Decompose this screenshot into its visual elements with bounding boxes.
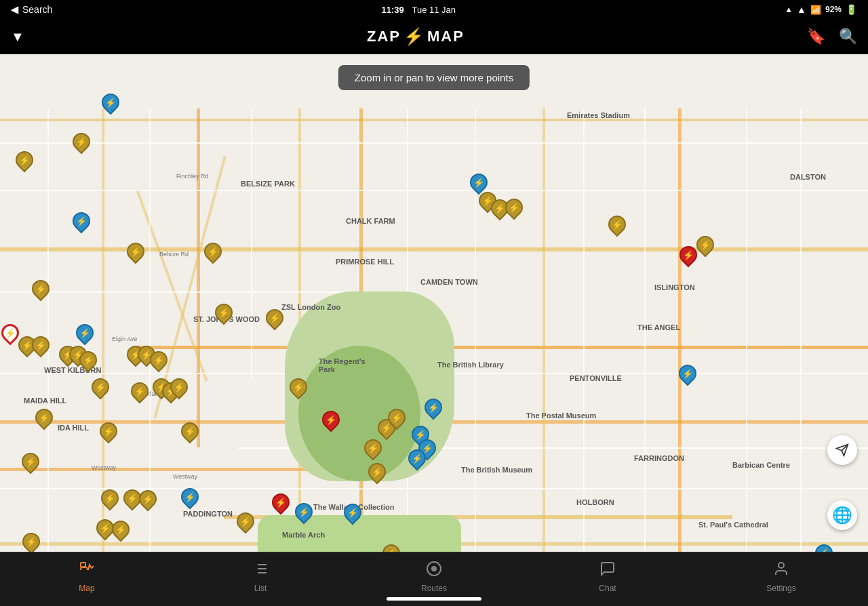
tab-list[interactable]: List [174, 558, 347, 596]
map-label-marble-arch: Marble Arch [282, 531, 325, 539]
logo-zap: ZAP [367, 28, 401, 45]
tab-chat[interactable]: Chat [521, 558, 694, 596]
map-label-emirates: Emirates Stadium [567, 111, 630, 119]
status-bar: ◀ Search 11:39 Tue 11 Jan ▲ ▲ 📶 92% 🔋 [0, 0, 868, 19]
charger-marker-blue-marble[interactable]: ⚡ [295, 503, 313, 525]
logo-lightning: ⚡ [403, 27, 425, 46]
charger-marker-gold-14[interactable]: ⚡ [32, 336, 50, 358]
charger-marker-gold-1[interactable]: ⚡ [73, 133, 90, 155]
charger-marker-blue-1[interactable]: ⚡ [102, 94, 119, 115]
charger-marker-gold-32[interactable]: ⚡ [368, 463, 386, 485]
charger-marker-blue-9[interactable]: ⚡ [408, 449, 426, 471]
globe-button[interactable]: 🌐 [827, 500, 857, 530]
chat-tab-icon [599, 561, 616, 581]
map-label-zsl: ZSL London Zoo [281, 303, 340, 311]
back-arrow: ◀ [11, 4, 18, 15]
map-label-british-museum: The British Museum [461, 466, 532, 474]
charger-marker-gold-5[interactable]: ⚡ [32, 280, 50, 302]
charger-marker-gold-33[interactable]: ⚡ [22, 453, 39, 474]
charger-marker-gold-24[interactable]: ⚡ [170, 378, 188, 400]
map-tab-label: Map [79, 584, 94, 593]
charger-marker-blue-6[interactable]: ⚡ [425, 399, 442, 420]
date: Tue 11 Jan [412, 5, 456, 15]
charger-marker-gold-6[interactable]: ⚡ [215, 304, 233, 325]
back-label[interactable]: Search [22, 4, 52, 15]
charger-marker-gold-30[interactable]: ⚡ [388, 409, 406, 430]
charger-marker-gold-regents[interactable]: ⚡ [290, 378, 307, 400]
charger-marker-red-3[interactable]: ⚡ [272, 493, 290, 515]
charger-marker-blue-2[interactable]: ⚡ [73, 212, 90, 234]
charger-marker-gold-40[interactable]: ⚡ [237, 512, 254, 534]
charger-marker-gold-12[interactable]: ⚡ [696, 236, 714, 258]
road-label-westway: Westway [92, 464, 116, 471]
map-label-maida-hill: MAIDA HILL [24, 397, 66, 405]
wifi-icon: ▲ [797, 4, 806, 15]
road-label-elgin: Elgin Ave [112, 336, 137, 342]
map-label-pentonville: PENTONVILLE [570, 374, 622, 382]
map-label-regents: The Regent'sPark [319, 357, 366, 373]
filter-icon[interactable]: ▼ [11, 29, 24, 45]
charger-marker-gold-21[interactable]: ⚡ [131, 382, 149, 404]
location-button[interactable] [827, 435, 857, 465]
charger-marker-gold-2[interactable]: ⚡ [16, 151, 33, 173]
time: 11:39 [382, 5, 404, 15]
charger-marker-red-1[interactable]: ⚡ [679, 246, 697, 268]
routes-tab-label: Routes [421, 584, 447, 593]
charger-marker-gold-4[interactable]: ⚡ [204, 243, 222, 264]
charger-marker-gold-25[interactable]: ⚡ [92, 378, 109, 400]
tab-map[interactable]: Map [0, 558, 174, 596]
map-container[interactable]: BELSIZE PARK CHALK FARM PRIMROSE HILL CA… [0, 54, 868, 565]
charger-marker-gold-34[interactable]: ⚡ [101, 489, 119, 511]
charger-marker-gold-38[interactable]: ⚡ [112, 521, 130, 542]
nav-left: ▼ [11, 29, 24, 45]
bookmark-icon[interactable]: 🔖 [807, 28, 825, 45]
charger-marker-blue-paddington[interactable]: ⚡ [181, 488, 199, 510]
signal-arrow: ▲ [785, 5, 793, 14]
nav-right: 🔖 🔍 [807, 28, 857, 45]
map-label-dalston: DALSTON [790, 173, 826, 181]
charger-marker-gold-3[interactable]: ⚡ [127, 243, 144, 264]
map-tab-icon [79, 561, 95, 581]
map-label-british-library: The British Library [437, 361, 504, 369]
charger-marker-gold-28[interactable]: ⚡ [181, 422, 199, 444]
map-label-primrose: PRIMROSE HILL [336, 258, 394, 266]
charger-marker-blue-5[interactable]: ⚡ [679, 365, 696, 386]
charger-marker-red-2[interactable]: ⚡ [322, 411, 340, 432]
search-icon[interactable]: 🔍 [839, 28, 857, 45]
nav-bar: ▼ ZAP ⚡ MAP 🔖 🔍 [0, 19, 868, 54]
map-label-angel: THE ANGEL [637, 323, 680, 331]
map-label-holborn: HOLBORN [576, 498, 614, 506]
charger-marker-gold-36[interactable]: ⚡ [139, 490, 157, 512]
map-label-belsize: BELSIZE PARK [241, 180, 295, 188]
map-background: BELSIZE PARK CHALK FARM PRIMROSE HILL CA… [0, 54, 868, 565]
map-label-barbican: Barbican Centre [732, 461, 790, 469]
charger-marker-gold-31[interactable]: ⚡ [364, 439, 382, 461]
road-label-belsize: Belsize Rd [159, 251, 189, 258]
map-label-st-pauls: St. Paul's Cathedral [698, 521, 768, 529]
battery-level: 92% [825, 5, 842, 14]
map-label-postal: The Postal Museum [526, 411, 596, 420]
settings-tab-label: Settings [766, 584, 795, 593]
charger-marker-red-outline-1[interactable]: ⚡ [1, 324, 19, 346]
charger-marker-gold-10[interactable]: ⚡ [505, 199, 523, 220]
charger-marker-gold-17[interactable]: ⚡ [79, 351, 97, 373]
map-label-camden: CAMDEN TOWN [420, 278, 478, 286]
status-right: ▲ ▲ 📶 92% 🔋 [785, 4, 857, 15]
tab-routes[interactable]: Routes [347, 558, 521, 596]
charger-marker-gold-20[interactable]: ⚡ [150, 351, 167, 373]
settings-tab-icon [773, 561, 789, 581]
charger-marker-gold-26[interactable]: ⚡ [35, 409, 53, 430]
charger-marker-gold-7[interactable]: ⚡ [266, 309, 283, 331]
svg-point-9 [778, 563, 784, 568]
charger-marker-gold-27[interactable]: ⚡ [100, 422, 117, 444]
charger-marker-blue-marble2[interactable]: ⚡ [344, 504, 361, 525]
charger-marker-blue-4[interactable]: ⚡ [76, 324, 94, 346]
charger-marker-gold-11[interactable]: ⚡ [608, 216, 626, 237]
svg-point-8 [433, 568, 435, 569]
chat-tab-label: Chat [599, 584, 616, 593]
tab-settings[interactable]: Settings [694, 558, 868, 596]
status-left: ◀ Search [11, 4, 52, 15]
map-label-islington: ISLINGTON [654, 283, 695, 291]
nav-center: ZAP ⚡ MAP [367, 27, 465, 46]
signal-bars: 📶 [810, 5, 821, 15]
